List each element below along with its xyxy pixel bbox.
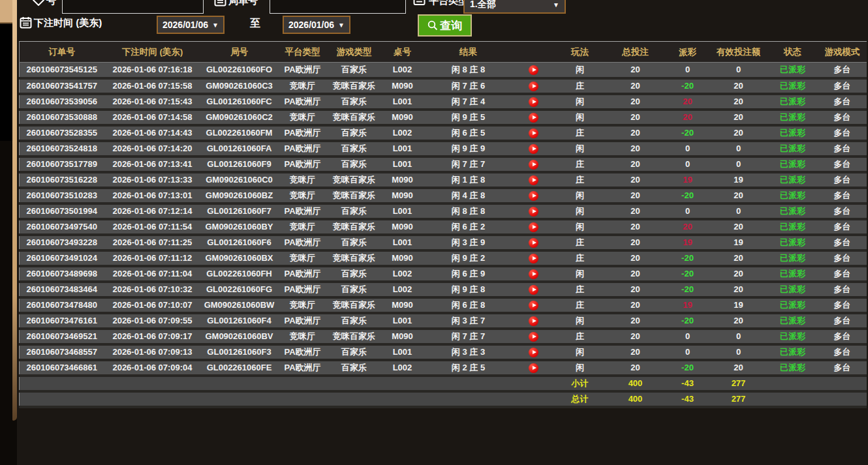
status-cell: 已派彩	[767, 172, 818, 188]
bet-cell: 闲	[555, 344, 606, 360]
play-icon[interactable]	[529, 82, 538, 91]
play-cell	[513, 360, 555, 376]
play-triangle	[533, 225, 536, 229]
play-cell	[513, 63, 555, 78]
round-cell: GM090261060BX	[201, 250, 278, 266]
order-cell: 260106073469521	[20, 329, 104, 344]
date-to-value: 2026/01/06	[288, 20, 334, 30]
round-input[interactable]	[270, 0, 406, 14]
mode-cell: 多台	[818, 141, 867, 157]
platform-select[interactable]: 1.全部 ▼	[463, 0, 566, 14]
table-cell: L001	[381, 203, 424, 219]
play-icon[interactable]	[529, 160, 538, 170]
play-icon[interactable]	[529, 97, 538, 107]
play-icon[interactable]	[529, 113, 538, 123]
result-cell: 闲 6 庄 9	[424, 266, 513, 282]
mode-cell: 多台	[818, 125, 867, 141]
order-cell: 260106073541757	[20, 78, 104, 94]
play-cell	[513, 125, 555, 141]
table-row: 2601060735308882026-01-06 07:14:58GM0902…	[20, 110, 867, 125]
play-icon[interactable]	[529, 332, 538, 342]
valid-cell: 20	[710, 282, 767, 297]
time-cell: 2026-01-06 07:12:14	[104, 203, 201, 219]
subtotal-label: 小计	[555, 376, 606, 391]
bet-cell: 庄	[555, 172, 606, 188]
time-cell: 2026-01-06 07:11:54	[104, 219, 201, 235]
play-icon[interactable]	[529, 222, 538, 232]
play-icon[interactable]	[529, 175, 538, 185]
result-cell: 闲 9 庄 9	[424, 141, 513, 157]
play-triangle	[533, 194, 536, 198]
table-cell: L001	[381, 141, 424, 157]
bet-records-table: 订单号 下注时间 (美东) 局号 平台类型 游戏类型 桌号 结果 玩法 总投注 …	[19, 41, 867, 408]
valid-cell: 19	[710, 235, 767, 250]
bet-cell: 闲	[555, 266, 606, 282]
table-row: 2601060734784802026-01-06 07:10:07GM0902…	[20, 297, 867, 313]
total-total-bet: 400	[606, 391, 666, 407]
order-cell: 260106073510283	[20, 188, 104, 203]
total-cell: 20	[606, 219, 666, 235]
play-icon[interactable]	[529, 144, 538, 154]
header-payout: 派彩	[666, 42, 710, 63]
table-row: 2601060734932282026-01-06 07:11:25GL0012…	[20, 235, 867, 250]
round-cell: GL001261060F4	[201, 313, 278, 329]
valid-cell: 0	[710, 344, 767, 360]
valid-cell: 20	[710, 219, 767, 235]
date-from-select[interactable]: 2026/01/06 ▼	[157, 16, 225, 34]
play-cell	[513, 141, 555, 157]
total-valid-bet: 277	[710, 391, 767, 407]
header-status: 状态	[767, 42, 818, 63]
total-cell: 20	[606, 157, 666, 172]
play-icon[interactable]	[529, 191, 538, 201]
bet-cell: 闲	[555, 219, 606, 235]
round-cell: GL001261060FC	[201, 94, 278, 110]
play-icon[interactable]	[529, 254, 538, 263]
play-icon[interactable]	[529, 207, 538, 217]
header-table-no: 桌号	[381, 42, 424, 63]
result-cell: 闲 6 庄 8	[424, 297, 513, 313]
play-triangle	[533, 241, 536, 245]
mode-cell: 多台	[818, 219, 867, 235]
game-cell: 百家乐	[328, 125, 381, 141]
play-icon[interactable]	[529, 65, 538, 75]
valid-cell: 19	[710, 172, 767, 188]
play-icon[interactable]	[529, 238, 538, 248]
result-cell: 闲 4 庄 8	[424, 188, 513, 203]
play-icon[interactable]	[529, 285, 538, 295]
bet-cell: 庄	[555, 235, 606, 250]
time-cell: 2026-01-06 07:09:04	[104, 360, 201, 376]
platform-cell: 竞咪厅	[278, 78, 328, 94]
payout-cell: 20	[666, 219, 710, 235]
order-cell: 260106073466861	[20, 360, 104, 376]
play-icon[interactable]	[529, 269, 538, 279]
game-cell: 百家乐	[328, 360, 381, 376]
date-to-select[interactable]: 2026/01/06 ▼	[283, 16, 350, 34]
play-icon[interactable]	[529, 301, 538, 310]
time-cell: 2026-01-06 07:15:43	[104, 94, 201, 110]
status-cell: 已派彩	[767, 63, 818, 78]
payout-cell: 19	[666, 297, 710, 313]
play-triangle	[533, 303, 536, 307]
mode-cell: 多台	[818, 282, 867, 297]
table-cell: L001	[381, 235, 424, 250]
total-cell: 20	[606, 78, 666, 94]
background-black-strip	[0, 25, 12, 141]
play-icon[interactable]	[529, 128, 538, 138]
order-cell: 260106073468557	[20, 344, 104, 360]
account-input[interactable]	[62, 0, 204, 14]
bet-cell: 庄	[555, 157, 606, 172]
order-cell: 260106073530888	[20, 110, 104, 125]
round-cell: GM090261060BY	[201, 219, 278, 235]
search-button[interactable]: 查询	[418, 14, 472, 37]
total-cell: 20	[606, 250, 666, 266]
play-icon[interactable]	[529, 348, 538, 357]
play-icon[interactable]	[529, 316, 538, 326]
round-cell: GM090261060C2	[201, 110, 278, 125]
play-icon[interactable]	[529, 363, 538, 373]
time-cell: 2026-01-06 07:13:41	[104, 157, 201, 172]
valid-cell: 20	[710, 250, 767, 266]
play-cell	[513, 344, 555, 360]
mode-cell: 多台	[818, 313, 867, 329]
time-cell: 2026-01-06 07:16:18	[104, 63, 201, 78]
mode-cell: 多台	[818, 250, 867, 266]
